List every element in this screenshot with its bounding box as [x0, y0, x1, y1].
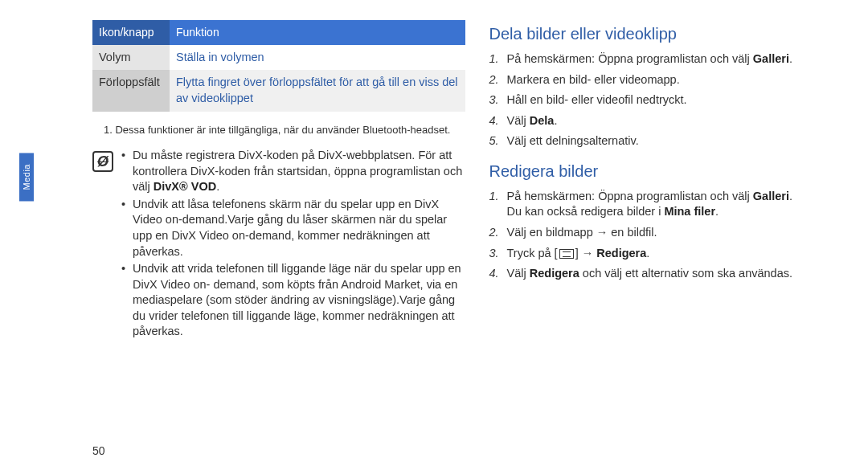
list-item: 1. På hemskärmen: Öppna programlistan oc… [489, 189, 844, 220]
list-item: 4.Välj Dela. [489, 113, 844, 129]
list-item: Du måste registrera DivX-koden på DivX-w… [121, 148, 465, 195]
table-header-function: Funktion [170, 20, 465, 45]
section-title-edit: Redigera bilder [489, 161, 844, 182]
table-footnote: 1. Dessa funktioner är inte tillgängliga… [92, 120, 465, 145]
list-item: Undvik att vrida telefonen till liggande… [121, 261, 465, 340]
note-box: Ø Du måste registrera DivX-koden på DivX… [92, 145, 465, 341]
note-bullets: Du måste registrera DivX-koden på DivX-w… [121, 148, 465, 341]
note-icon: Ø [92, 151, 113, 172]
list-item: 3.Håll en bild- eller videofil nedtryckt… [489, 92, 844, 108]
table-row: Volym Ställa in volymen [92, 45, 465, 71]
list-item: Undvik att låsa telefonens skärm när du … [121, 197, 465, 260]
side-tab-media: Media [19, 153, 34, 201]
list-item: 2.Markera en bild- eller videomapp. [489, 72, 844, 88]
menu-icon [559, 249, 574, 259]
list-item: 2.Välj en bildmapp → en bildfil. [489, 225, 844, 241]
edit-steps: 1. På hemskärmen: Öppna programlistan oc… [489, 189, 844, 282]
list-item: 5.Välj ett delningsalternativ. [489, 133, 844, 149]
table-row: Förloppsfält Flytta fingret över förlopp… [92, 70, 465, 111]
section-title-share: Dela bilder eller videoklipp [489, 23, 844, 45]
page-number: 50 [92, 444, 105, 457]
list-item: 4.Välj Redigera och välj ett alternativ … [489, 266, 844, 282]
share-steps: 1.På hemskärmen: Öppna programlistan och… [489, 51, 844, 149]
table-header-icon: Ikon/knapp [92, 20, 170, 45]
list-item: 1.På hemskärmen: Öppna programlistan och… [489, 51, 844, 67]
list-item: 3. Tryck på [] → Redigera. [489, 246, 844, 262]
function-table: Ikon/knapp Funktion Volym Ställa in voly… [92, 20, 465, 112]
